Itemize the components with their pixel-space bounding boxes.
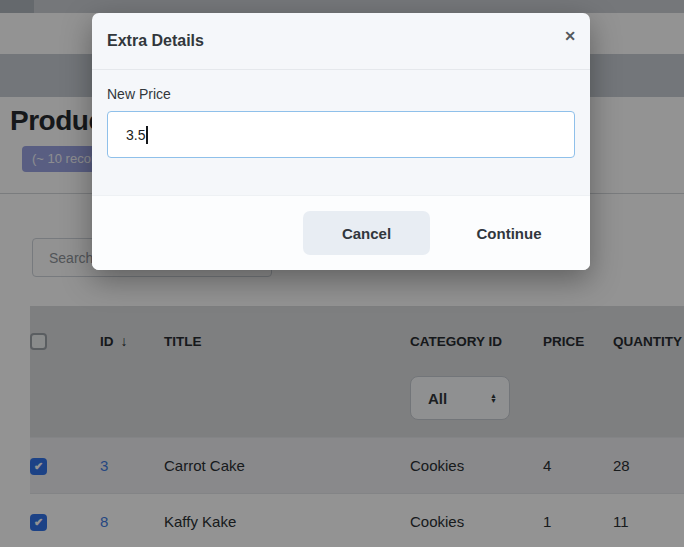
text-caret [146, 126, 148, 144]
continue-button[interactable]: Continue [444, 211, 574, 255]
new-price-value: 3.5 [126, 127, 145, 143]
modal-body: New Price 3.5 [92, 70, 590, 158]
screen: Products (~ 10 records) ID↓ TITLE CATEGO… [0, 0, 684, 547]
modal-footer: Cancel Continue [92, 195, 590, 270]
modal-title: Extra Details [107, 32, 204, 50]
extra-details-modal: Extra Details ✕ New Price 3.5 Cancel Con… [92, 13, 590, 270]
new-price-input[interactable]: 3.5 [107, 111, 575, 158]
new-price-label: New Price [107, 86, 575, 102]
cancel-button[interactable]: Cancel [303, 211, 430, 255]
close-icon[interactable]: ✕ [564, 29, 576, 43]
modal-header: Extra Details ✕ [92, 13, 590, 70]
